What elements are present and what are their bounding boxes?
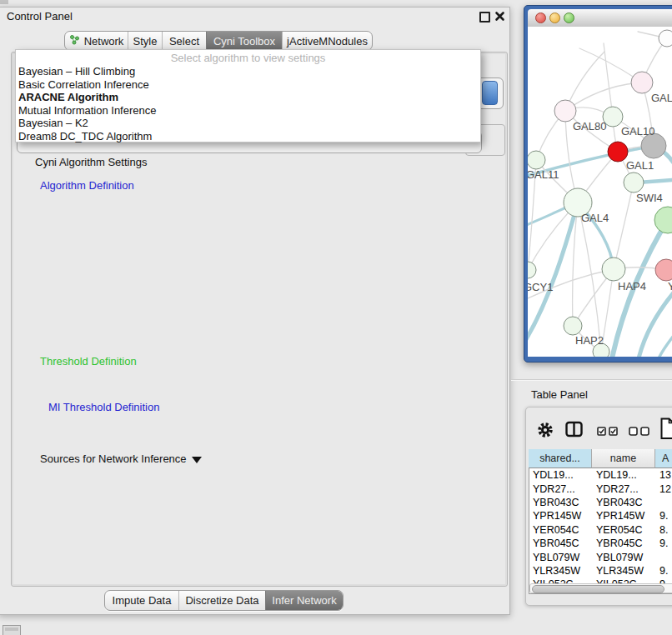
cyni-settings-title: Cyni Algorithm Settings — [32, 156, 150, 168]
collapse-down-icon — [192, 457, 202, 463]
dropdown-option-bayesian-hill-climbing[interactable]: Bayesian – Hill Climbing — [16, 65, 480, 78]
cell: YBR043C — [529, 497, 592, 508]
table-row[interactable]: YBR045C YBR045C 9. — [529, 537, 672, 550]
node-label: SWI4 — [636, 192, 663, 204]
node-label: GAL4 — [581, 212, 609, 224]
algorithm-dropdown-list: Select algorithm to view settings Bayesi… — [15, 49, 481, 142]
deselect-all-icon[interactable] — [629, 427, 649, 436]
node-y[interactable] — [655, 259, 672, 281]
tab-network[interactable]: Network — [65, 32, 128, 50]
node-unlabeled[interactable] — [659, 30, 672, 47]
node-label: GAL10 — [621, 125, 654, 138]
dropdown-option-dream8[interactable]: Dream8 DC_TDC Algorithm — [16, 130, 480, 143]
node-label: GCY1 — [528, 281, 553, 293]
node-gal80[interactable] — [554, 100, 576, 122]
tab-label: Cyni Toolbox — [213, 35, 275, 48]
table-row[interactable]: YDL19... YDL19... 13 — [529, 468, 672, 482]
screen-edge-fragment — [0, 0, 8, 4]
table-row[interactable]: YBL079W YBL079W — [529, 550, 672, 563]
table-row[interactable]: YIL052C YIL052C 9 — [529, 578, 672, 583]
new-table-icon[interactable] — [660, 418, 672, 443]
node-gal1-selected[interactable] — [608, 142, 628, 162]
column-header-shared-name[interactable]: shared... — [529, 449, 592, 468]
cell: 8. — [655, 524, 672, 536]
cell: YLR345W — [529, 565, 592, 577]
tab-cyni-toolbox[interactable]: Cyni Toolbox — [206, 32, 282, 50]
cell: YDL19... — [529, 469, 592, 481]
network-icon — [69, 34, 80, 48]
node-green-right[interactable] — [654, 207, 672, 233]
zoom-window-icon[interactable] — [564, 12, 574, 23]
tab-label: Impute Data — [113, 594, 172, 607]
node-label: GAL1 — [626, 159, 654, 172]
dropdown-option-bayesian-k2[interactable]: Bayesian – K2 — [16, 117, 480, 130]
node-hap4[interactable] — [602, 258, 625, 281]
node-gal[interactable] — [631, 72, 653, 93]
dropdown-option-aracne[interactable]: ARACNE Algorithm — [16, 91, 480, 104]
table-hscrollbar-thumb[interactable] — [532, 585, 664, 593]
cell: YER054C — [592, 524, 655, 536]
tab-label: jActiveMNodules — [287, 35, 368, 48]
tab-discretize-data[interactable]: Discretize Data — [178, 591, 265, 610]
tab-label: Discretize Data — [185, 594, 258, 607]
table-row[interactable]: YDR27... YDR27... 12 — [529, 482, 672, 495]
cell: YBL079W — [592, 552, 655, 563]
table-rows: YDL19... YDL19... 13 YDR27... YDR27... 1… — [529, 468, 672, 583]
node-gal11[interactable] — [528, 151, 545, 169]
cell: YDR27... — [529, 483, 592, 495]
table-row[interactable]: YPR145W YPR145W 9. — [529, 509, 672, 522]
cell: YPR145W — [529, 510, 592, 522]
table-row[interactable]: YBR043C YBR043C — [529, 496, 672, 509]
table-panel-title: Table Panel — [531, 388, 588, 401]
sources-title[interactable]: Sources for Network Inference — [37, 452, 205, 465]
node-label: HAP4 — [618, 280, 646, 292]
node-swi4[interactable] — [624, 172, 644, 192]
tab-jactivemnodules[interactable]: jActiveMNodules — [282, 32, 372, 50]
dropdown-option-basic-correlation[interactable]: Basic Correlation Inference — [16, 78, 480, 92]
column-header-clipped[interactable]: A — [655, 449, 672, 468]
select-all-icon[interactable] — [597, 427, 618, 436]
close-panel-icon[interactable] — [494, 10, 505, 21]
cell: YER054C — [529, 524, 592, 536]
node-label: GAL11 — [528, 168, 559, 181]
node-gcy1[interactable] — [528, 262, 536, 278]
dropdown-hint: Select algorithm to view settings — [16, 50, 480, 65]
tab-impute-data[interactable]: Impute Data — [105, 591, 178, 610]
table-row[interactable]: YLR345W YLR345W 9. — [529, 564, 672, 578]
table-row[interactable]: YER054C YER054C 8. — [529, 523, 672, 537]
cell: 9. — [655, 565, 672, 577]
tab-label: Network — [84, 35, 124, 48]
cell: YLR345W — [592, 565, 655, 577]
split-panel-icon[interactable] — [565, 421, 583, 442]
cell: YPR145W — [592, 510, 655, 522]
cell: YDL19... — [592, 469, 655, 481]
cell: 9. — [655, 538, 672, 549]
tab-label: Select — [169, 35, 199, 48]
tab-style[interactable]: Style — [128, 32, 162, 50]
gear-icon[interactable] — [536, 421, 554, 442]
panel-divider — [511, 379, 672, 381]
threshold-definition-title: Threshold Definition — [37, 355, 140, 368]
node-hap2[interactable] — [564, 317, 582, 335]
minimized-panel-icon[interactable] — [3, 625, 21, 635]
control-panel-tabbar: Network Style Select Cyni Toolbox jActiv… — [64, 31, 373, 51]
cyni-bottom-tabbar: Impute Data Discretize Data Infer Networ… — [104, 590, 344, 611]
node-label: GAL80 — [573, 120, 606, 132]
algorithm-definition-title: Algorithm Definition — [37, 179, 138, 192]
cell: 12 — [655, 483, 672, 495]
cell: YBR045C — [529, 538, 592, 549]
tab-label: Infer Network — [272, 594, 336, 607]
tab-select[interactable]: Select — [162, 32, 206, 50]
tab-infer-network[interactable]: Infer Network — [265, 591, 343, 610]
close-window-icon[interactable] — [535, 12, 546, 23]
cell: YBR045C — [592, 538, 655, 549]
cell: YBL079W — [529, 552, 592, 563]
minimize-window-icon[interactable] — [549, 12, 560, 23]
mi-threshold-group-title: MI Threshold Definition — [45, 401, 163, 413]
column-header-name[interactable]: name — [592, 449, 655, 468]
float-panel-icon[interactable] — [479, 12, 490, 22]
tab-label: Style — [133, 35, 158, 48]
node-label: HAP2 — [575, 334, 604, 347]
dropdown-option-mutual-information[interactable]: Mutual Information Inference — [16, 104, 480, 118]
network-canvas[interactable]: GAL GAL80 GAL10 GAL1 GAL11 SWI4 GAL4 GCY… — [528, 27, 672, 357]
